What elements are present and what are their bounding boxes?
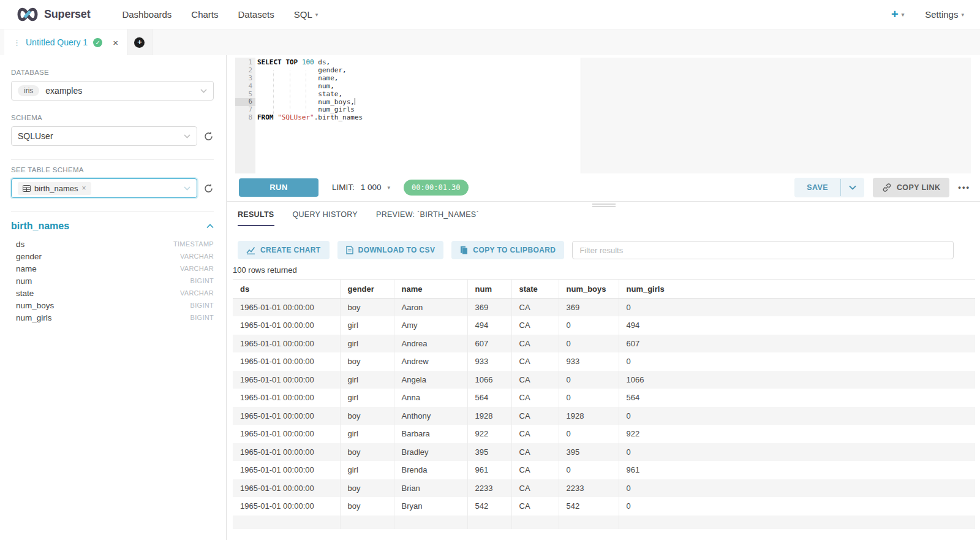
grid-column-header[interactable]: gender [340, 280, 394, 299]
remove-table-icon[interactable]: × [82, 184, 86, 192]
grid-row[interactable]: 1965-01-01 00:00:00boyAaron369CA3690 [233, 299, 975, 317]
schema-column-row: numBIGINT [11, 275, 214, 287]
grid-column-header[interactable]: state [511, 280, 559, 299]
nav-datasets[interactable]: Datasets [238, 9, 274, 20]
grid-cell: CA [511, 389, 559, 407]
grid-cell: 1965-01-01 00:00:00 [233, 425, 340, 443]
grid-row[interactable]: 1965-01-01 00:00:00girlAngela1066CA01066 [233, 371, 975, 389]
refresh-schema-icon[interactable] [203, 131, 214, 142]
main-nav: Dashboards Charts Datasets SQL▾ [112, 9, 328, 20]
grid-cell: 922 [619, 425, 975, 443]
table-icon [23, 185, 31, 192]
filter-results-input[interactable] [572, 241, 954, 259]
grid-cell: 542 [559, 497, 619, 515]
grid-row[interactable]: 1965-01-01 00:00:00boyBradley395CA3950 [233, 443, 975, 462]
limit-value: 1 000 [361, 183, 382, 192]
grid-cell: CA [511, 443, 559, 462]
nav-charts[interactable]: Charts [191, 9, 218, 20]
editor-code[interactable]: SELECT TOP 100 ds, gender, name, num, st… [257, 59, 363, 122]
grid-row[interactable]: 1965-01-01 00:00:00boyAndrew933CA9330 [233, 352, 975, 371]
grid-cell: girl [340, 316, 394, 335]
print-margin-area [581, 58, 971, 173]
schema-column-row: stateVARCHAR [11, 287, 214, 299]
grid-cell: 961 [467, 461, 511, 479]
grid-column-header[interactable]: num_girls [619, 280, 975, 299]
grid-row[interactable]: 1965-01-01 00:00:00girlBrenda961CA0961 [233, 461, 975, 479]
grid-cell: 1965-01-01 00:00:00 [233, 407, 340, 425]
sql-lab-main: 12345678 SELECT TOP 100 ds, gender, name… [227, 55, 980, 540]
schema-select[interactable]: SQLUser [11, 126, 197, 146]
column-type: VARCHAR [180, 289, 214, 297]
column-type: VARCHAR [180, 265, 214, 272]
save-dropdown-button[interactable] [841, 178, 864, 197]
grid-row[interactable]: 1965-01-01 00:00:00boyAnthony1928CA19280 [233, 407, 975, 425]
superset-brand[interactable]: Superset [16, 7, 90, 21]
column-name: num_boys [16, 301, 54, 310]
tab-results[interactable]: RESULTS [238, 210, 274, 226]
grid-column-header[interactable]: name [394, 280, 467, 299]
save-button[interactable]: SAVE [794, 178, 840, 197]
grid-cell: 1928 [467, 407, 511, 425]
text-cursor [355, 98, 355, 105]
tab-preview-birth-names[interactable]: PREVIEW: `BIRTH_NAMES` [376, 210, 479, 226]
column-type: VARCHAR [180, 253, 214, 260]
database-select[interactable]: iris examples [11, 81, 214, 101]
grid-cell: Andrea [394, 335, 467, 353]
new-item-button[interactable]: +▾ [891, 7, 904, 21]
tab-query-history[interactable]: QUERY HISTORY [293, 210, 358, 226]
query-tabstrip: ⋮ Untitled Query 1 ✓ × + [0, 29, 980, 55]
run-button[interactable]: RUN [239, 178, 318, 197]
chevron-down-icon: ▾ [388, 184, 391, 191]
column-name: gender [16, 252, 42, 261]
close-tab-icon[interactable]: × [113, 37, 118, 48]
selected-table-name: birth_names [34, 184, 78, 193]
grid-cell: 395 [467, 443, 511, 462]
grid-cell: boy [340, 299, 394, 317]
query-tab-active[interactable]: ⋮ Untitled Query 1 ✓ × [4, 29, 127, 55]
sql-editor[interactable]: 12345678 SELECT TOP 100 ds, gender, name… [227, 55, 980, 173]
grid-cell: boy [340, 443, 394, 462]
copy-link-button[interactable]: COPY LINK [873, 178, 949, 197]
nav-sql-menu[interactable]: SQL▾ [294, 9, 318, 20]
panel-resize-handle[interactable] [592, 203, 616, 208]
grid-row[interactable]: 1965-01-01 00:00:00boyBryan542CA5420 [233, 497, 975, 515]
grid-cell: 1965-01-01 00:00:00 [233, 461, 340, 479]
grid-column-header[interactable]: num_boys [559, 280, 619, 299]
table-schema-select[interactable]: birth_names × [11, 178, 197, 198]
drag-dots-icon[interactable]: ⋮ [13, 38, 20, 47]
new-query-tab-button[interactable]: + [127, 29, 153, 55]
create-chart-button[interactable]: CREATE CHART [238, 241, 330, 259]
grid-cell: 1965-01-01 00:00:00 [233, 299, 340, 317]
results-actions: CREATE CHART DOWNLOAD TO CSV COPY TO CLI… [238, 241, 954, 259]
line-number: 4 [235, 83, 255, 91]
chevron-down-icon [200, 89, 207, 93]
column-type: BIGINT [190, 302, 214, 309]
schema-column-list: dsTIMESTAMPgenderVARCHARnameVARCHARnumBI… [11, 238, 214, 324]
top-navbar: Superset Dashboards Charts Datasets SQL▾… [0, 0, 980, 29]
schema-table-title[interactable]: birth_names [11, 221, 69, 232]
settings-menu[interactable]: Settings▾ [925, 9, 964, 20]
column-type: BIGINT [190, 277, 214, 284]
more-menu-button[interactable]: ••• [958, 183, 970, 192]
download-csv-button[interactable]: DOWNLOAD TO CSV [337, 241, 444, 259]
grid-cell: 0 [619, 443, 975, 462]
grid-column-header[interactable]: num [467, 280, 511, 299]
limit-dropdown[interactable]: LIMIT: 1 000 ▾ [332, 183, 390, 192]
copy-clipboard-button[interactable]: COPY TO CLIPBOARD [451, 241, 564, 259]
nav-dashboards[interactable]: Dashboards [122, 9, 172, 20]
grid-cell: CA [511, 479, 559, 498]
grid-cell: girl [340, 425, 394, 443]
grid-row[interactable]: 1965-01-01 00:00:00girlAmy494CA0494 [233, 316, 975, 335]
grid-row[interactable]: 1965-01-01 00:00:00boyBrian2233CA22330 [233, 479, 975, 498]
grid-row[interactable]: 1965-01-01 00:00:00girlAnna564CA0564 [233, 389, 975, 407]
refresh-tables-icon[interactable] [203, 183, 214, 194]
file-icon [346, 246, 353, 254]
grid-cell: 933 [559, 352, 619, 371]
grid-row[interactable]: 1965-01-01 00:00:00girlBarbara922CA0922 [233, 425, 975, 443]
grid-cell: 607 [619, 335, 975, 353]
grid-cell: 0 [559, 371, 619, 389]
grid-row[interactable]: 1965-01-01 00:00:00girlAndrea607CA0607 [233, 335, 975, 353]
grid-cell: 0 [559, 316, 619, 335]
collapse-chevron-up-icon[interactable] [206, 224, 214, 229]
grid-column-header[interactable]: ds [233, 280, 340, 299]
